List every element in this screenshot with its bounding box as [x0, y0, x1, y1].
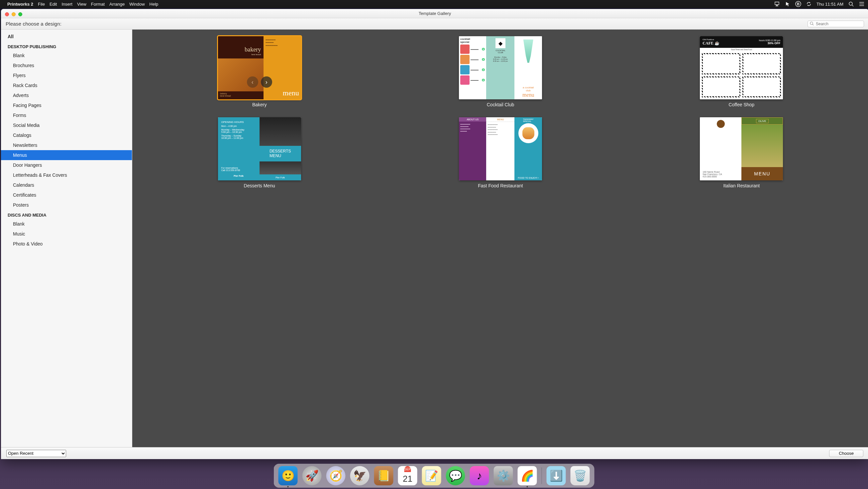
- prev-page-button[interactable]: ‹: [247, 76, 258, 88]
- sidebar-item-posters[interactable]: Posters: [1, 200, 132, 210]
- calendar-day: 21: [403, 472, 412, 485]
- calendar-month: SEP: [404, 466, 411, 472]
- dock-separator: [542, 467, 542, 484]
- template-thumbnail[interactable]: ABOUT US ▬▬▬▬▬▬▬▬▬▬▬▬▬▬▬▬▬▬▬▬▬ MENU ▬▬▬▬…: [459, 117, 542, 181]
- window-title: Template Gallery: [1, 9, 868, 18]
- dock-safari-icon[interactable]: 🧭: [326, 466, 346, 485]
- sidebar-item-forms[interactable]: Forms: [1, 110, 132, 120]
- sidebar-item-catalogs[interactable]: Catalogs: [1, 130, 132, 140]
- sidebar-item-calendars[interactable]: Calendars: [1, 180, 132, 190]
- menubar: Printworks 2 File Edit Insert View Forma…: [0, 0, 868, 8]
- window-footer: Open Recent Choose: [1, 447, 868, 459]
- sidebar-item-rack-cards[interactable]: Rack Cards: [1, 80, 132, 90]
- sidebar-item-all[interactable]: All: [1, 32, 132, 41]
- dock-finder-icon[interactable]: 🙂: [278, 466, 298, 485]
- design-prompt: Please choose a design:: [6, 21, 61, 27]
- sidebar-item-door-hangers[interactable]: Door Hangers: [1, 160, 132, 170]
- menubar-clock[interactable]: Thu 11:51 AM: [816, 2, 843, 7]
- dock-preferences-icon[interactable]: ⚙️: [494, 466, 513, 485]
- menubar-app-name[interactable]: Printworks 2: [7, 2, 33, 7]
- status-b-icon[interactable]: B: [795, 1, 801, 7]
- search-input[interactable]: [816, 22, 866, 26]
- dock-mail-icon[interactable]: 🦅: [350, 466, 370, 485]
- window-minimize-button[interactable]: [12, 12, 16, 16]
- menubar-window[interactable]: Window: [129, 2, 145, 7]
- template-thumbnail[interactable]: Old FashionCAFE ☕ hours 8:00-11:00 pm30%…: [700, 36, 783, 99]
- sidebar-item-photo-video[interactable]: Photo & Video: [1, 239, 132, 249]
- template-thumbnail[interactable]: bakerybest bread bakerybest bread ▬▬▬▬▬▬…: [218, 36, 301, 99]
- category-sidebar: AllDESKTOP PUBLISHINGBlankBrochuresFlyer…: [1, 30, 132, 447]
- template-label: Bakery: [252, 102, 267, 107]
- window-close-button[interactable]: [5, 12, 9, 16]
- sidebar-item-blank[interactable]: Blank: [1, 219, 132, 229]
- template-thumbnail[interactable]: OPENING HOURS Mon – 4:00 pm Monday – Wed…: [218, 117, 301, 181]
- dock-notes-icon[interactable]: 📝: [422, 466, 441, 485]
- window-title-text: Template Gallery: [419, 11, 451, 16]
- dock-trash-icon[interactable]: 🗑️: [570, 466, 590, 485]
- dock: 🙂 🚀 🧭 🦅 📒 SEP21 📝 💬 ♪ ⚙️ 🌈 ⬇️ 🗑️: [274, 464, 594, 488]
- svg-text:B: B: [797, 2, 800, 6]
- template-card-italian[interactable]: 160 Name RoadSan Francisco, CA415.000.00…: [628, 117, 856, 188]
- toolbar: Please choose a design:: [1, 18, 868, 30]
- airplay-icon[interactable]: [774, 1, 780, 7]
- template-thumbnail[interactable]: 160 Name RoadSan Francisco, CA415.000.00…: [700, 117, 783, 181]
- template-card-bakery[interactable]: bakerybest bread bakerybest bread ▬▬▬▬▬▬…: [146, 36, 373, 107]
- dock-messages-icon[interactable]: 💬: [446, 466, 465, 485]
- sync-icon[interactable]: [806, 1, 812, 7]
- svg-line-3: [852, 5, 854, 6]
- search-field-wrap[interactable]: [808, 21, 864, 27]
- sidebar-item-brochures[interactable]: Brochures: [1, 61, 132, 70]
- sidebar-header: DISCS AND MEDIA: [1, 210, 132, 219]
- template-gallery[interactable]: bakerybest bread bakerybest bread ▬▬▬▬▬▬…: [132, 30, 868, 447]
- search-icon: [810, 21, 814, 27]
- menubar-format[interactable]: Format: [91, 2, 105, 7]
- sidebar-header: DESKTOP PUBLISHING: [1, 41, 132, 51]
- sidebar-item-letterheads-fax-covers[interactable]: Letterheads & Fax Covers: [1, 170, 132, 180]
- dock-downloads-icon[interactable]: ⬇️: [547, 466, 566, 485]
- menubar-file[interactable]: File: [38, 2, 45, 7]
- sidebar-item-menus[interactable]: Menus: [1, 150, 132, 160]
- template-label: Italian Restaurant: [723, 183, 760, 188]
- template-thumbnail[interactable]: cocktailspecial ▬▬▬▬● ▬▬▬▬● ▬▬▬▬● ▬▬▬▬● …: [459, 36, 542, 99]
- template-label: Cocktail Club: [487, 102, 514, 107]
- template-label: Desserts Menu: [244, 183, 275, 188]
- dock-pinwheel-icon[interactable]: 🌈: [518, 466, 537, 485]
- svg-point-2: [849, 2, 852, 5]
- spotlight-icon[interactable]: [848, 1, 854, 7]
- dock-launchpad-icon[interactable]: 🚀: [302, 466, 322, 485]
- dock-itunes-icon[interactable]: ♪: [470, 466, 489, 485]
- sidebar-item-social-media[interactable]: Social Media: [1, 120, 132, 130]
- sidebar-item-blank[interactable]: Blank: [1, 51, 132, 61]
- next-page-button[interactable]: ›: [261, 76, 272, 88]
- menubar-arrange[interactable]: Arrange: [109, 2, 125, 7]
- svg-line-8: [812, 24, 813, 25]
- menubar-help[interactable]: Help: [150, 2, 158, 7]
- sidebar-item-flyers[interactable]: Flyers: [1, 70, 132, 80]
- choose-button[interactable]: Choose: [829, 450, 863, 457]
- template-gallery-window: Template Gallery Please choose a design:…: [1, 9, 868, 459]
- menu-list-icon[interactable]: [859, 1, 865, 7]
- window-zoom-button[interactable]: [18, 12, 22, 16]
- template-card-coffee-shop[interactable]: Old FashionCAFE ☕ hours 8:00-11:00 pm30%…: [628, 36, 856, 107]
- menubar-edit[interactable]: Edit: [50, 2, 57, 7]
- open-recent-dropdown[interactable]: Open Recent: [6, 450, 66, 457]
- sidebar-item-certificates[interactable]: Certificates: [1, 190, 132, 200]
- sidebar-item-newsletters[interactable]: Newsletters: [1, 140, 132, 150]
- template-label: Coffee Shop: [729, 102, 755, 107]
- sidebar-item-music[interactable]: Music: [1, 229, 132, 239]
- sidebar-item-facing-pages[interactable]: Facing Pages: [1, 100, 132, 110]
- sidebar-item-adverts[interactable]: Adverts: [1, 90, 132, 100]
- menubar-insert[interactable]: Insert: [61, 2, 72, 7]
- dock-calendar-icon[interactable]: SEP21: [398, 466, 417, 485]
- template-card-desserts-menu[interactable]: OPENING HOURS Mon – 4:00 pm Monday – Wed…: [146, 117, 373, 188]
- cursor-icon[interactable]: [784, 1, 790, 7]
- template-label: Fast Food Restaurant: [478, 183, 523, 188]
- menubar-view[interactable]: View: [77, 2, 86, 7]
- dock-contacts-icon[interactable]: 📒: [374, 466, 394, 485]
- template-card-cocktail-club[interactable]: cocktailspecial ▬▬▬▬● ▬▬▬▬● ▬▬▬▬● ▬▬▬▬● …: [386, 36, 614, 107]
- svg-point-7: [810, 22, 813, 25]
- template-card-fast-food[interactable]: ABOUT US ▬▬▬▬▬▬▬▬▬▬▬▬▬▬▬▬▬▬▬▬▬ MENU ▬▬▬▬…: [386, 117, 614, 188]
